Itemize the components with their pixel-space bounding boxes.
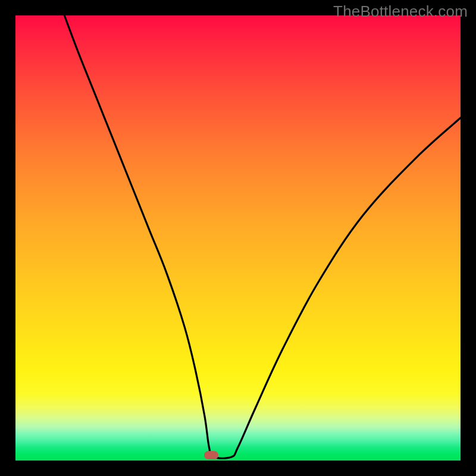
watermark-text: TheBottleneck.com: [333, 2, 468, 21]
plot-area: [15, 15, 461, 461]
bottleneck-curve: [15, 15, 461, 461]
chart-frame: TheBottleneck.com: [0, 0, 476, 476]
optimal-point-marker: [204, 451, 218, 459]
